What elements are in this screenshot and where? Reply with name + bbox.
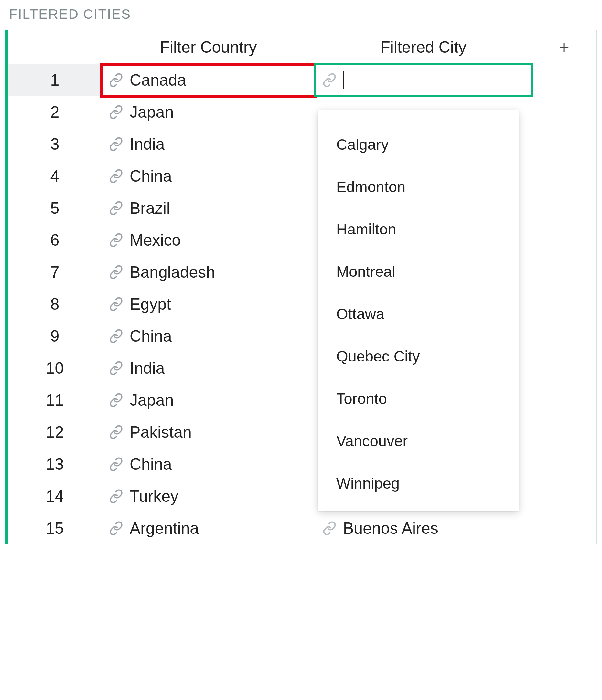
dropdown-option[interactable]: Calgary bbox=[318, 123, 519, 166]
country-cell[interactable]: Brazil bbox=[102, 192, 315, 224]
country-value: India bbox=[130, 135, 165, 154]
link-icon bbox=[109, 297, 123, 311]
row-number[interactable]: 12 bbox=[8, 417, 102, 448]
add-column-button[interactable]: + bbox=[532, 30, 597, 64]
dropdown-option[interactable]: Winnipeg bbox=[318, 462, 519, 504]
country-value: Turkey bbox=[130, 487, 178, 506]
link-icon bbox=[322, 521, 336, 535]
country-value: China bbox=[130, 455, 172, 474]
row-number[interactable]: 14 bbox=[8, 480, 102, 512]
row-number[interactable]: 15 bbox=[8, 512, 102, 545]
country-cell[interactable]: Egypt bbox=[102, 289, 315, 320]
row-number[interactable]: 7 bbox=[8, 256, 102, 289]
link-icon bbox=[109, 265, 123, 279]
empty-cell bbox=[532, 320, 597, 352]
link-icon bbox=[109, 521, 123, 535]
row-number[interactable]: 2 bbox=[8, 96, 102, 128]
empty-cell bbox=[532, 160, 597, 192]
country-cell[interactable]: Japan bbox=[102, 384, 315, 417]
link-icon bbox=[109, 489, 123, 503]
empty-cell bbox=[532, 448, 597, 480]
text-cursor bbox=[343, 72, 344, 89]
country-cell[interactable]: China bbox=[102, 320, 315, 352]
country-cell[interactable]: India bbox=[102, 352, 315, 384]
country-value: Argentina bbox=[130, 519, 199, 538]
country-value: Japan bbox=[130, 391, 174, 410]
empty-cell bbox=[532, 417, 597, 448]
city-dropdown[interactable]: Calgary Edmonton Hamilton Montreal Ottaw… bbox=[318, 110, 519, 511]
link-icon bbox=[109, 201, 123, 215]
row-number[interactable]: 11 bbox=[8, 384, 102, 417]
country-value: Bangladesh bbox=[130, 263, 215, 282]
row-number-header bbox=[8, 30, 102, 64]
row-number[interactable]: 6 bbox=[8, 224, 102, 256]
row-number[interactable]: 9 bbox=[8, 320, 102, 352]
country-value: India bbox=[130, 359, 165, 378]
row-number[interactable]: 1 bbox=[8, 64, 102, 96]
column-header-country[interactable]: Filter Country bbox=[102, 30, 315, 64]
empty-cell bbox=[532, 256, 597, 289]
link-icon bbox=[109, 169, 123, 183]
empty-cell bbox=[532, 512, 597, 545]
row-number[interactable]: 8 bbox=[8, 289, 102, 320]
city-value: Buenos Aires bbox=[343, 519, 438, 538]
empty-cell bbox=[532, 352, 597, 384]
dropdown-option[interactable]: Toronto bbox=[318, 377, 519, 420]
header-row: Filter Country Filtered City + bbox=[8, 30, 597, 64]
row-number[interactable]: 5 bbox=[8, 192, 102, 224]
country-cell[interactable]: Pakistan bbox=[102, 417, 315, 448]
country-cell[interactable]: Canada bbox=[102, 64, 315, 96]
country-value: China bbox=[130, 327, 172, 346]
empty-cell bbox=[532, 384, 597, 417]
link-icon bbox=[109, 393, 123, 407]
dropdown-option[interactable]: Quebec City bbox=[318, 335, 519, 377]
dropdown-option[interactable]: Vancouver bbox=[318, 420, 519, 462]
link-icon bbox=[109, 457, 123, 471]
country-value: Japan bbox=[130, 103, 174, 122]
country-value: Canada bbox=[130, 71, 186, 90]
row-number[interactable]: 13 bbox=[8, 448, 102, 480]
dropdown-option[interactable]: Hamilton bbox=[318, 208, 519, 250]
row-number[interactable]: 3 bbox=[8, 128, 102, 160]
link-icon bbox=[109, 73, 123, 87]
row-number[interactable]: 4 bbox=[8, 160, 102, 192]
link-icon bbox=[109, 361, 123, 375]
empty-cell bbox=[532, 192, 597, 224]
row-number[interactable]: 10 bbox=[8, 352, 102, 384]
column-header-city[interactable]: Filtered City bbox=[315, 30, 532, 64]
city-cell-active[interactable] bbox=[315, 64, 532, 96]
empty-cell bbox=[532, 289, 597, 320]
country-value: Brazil bbox=[130, 199, 170, 218]
city-cell[interactable]: Buenos Aires bbox=[315, 512, 532, 545]
section-title: FILTERED CITIES bbox=[4, 6, 598, 22]
country-cell[interactable]: Mexico bbox=[102, 224, 315, 256]
country-cell[interactable]: Turkey bbox=[102, 480, 315, 512]
country-cell[interactable]: China bbox=[102, 160, 315, 192]
link-icon bbox=[109, 329, 123, 343]
country-cell[interactable]: China bbox=[102, 448, 315, 480]
country-cell[interactable]: Bangladesh bbox=[102, 256, 315, 289]
empty-cell bbox=[532, 64, 597, 96]
country-cell[interactable]: Argentina bbox=[102, 512, 315, 545]
link-icon bbox=[109, 233, 123, 247]
country-value: China bbox=[130, 167, 172, 185]
dropdown-option[interactable]: Edmonton bbox=[318, 166, 519, 208]
country-cell[interactable]: India bbox=[102, 128, 315, 160]
filtered-cities-table-wrap: Filter Country Filtered City + 1 Canada bbox=[4, 30, 597, 545]
link-icon bbox=[109, 105, 123, 119]
empty-cell bbox=[532, 128, 597, 160]
country-cell[interactable]: Japan bbox=[102, 96, 315, 128]
link-icon bbox=[322, 73, 336, 87]
country-value: Mexico bbox=[130, 231, 181, 250]
table-row: 1 Canada bbox=[8, 64, 597, 96]
dropdown-option[interactable]: Montreal bbox=[318, 250, 519, 293]
country-value: Egypt bbox=[130, 295, 171, 314]
empty-cell bbox=[532, 96, 597, 128]
country-value: Pakistan bbox=[130, 423, 192, 442]
dropdown-option[interactable]: Ottawa bbox=[318, 293, 519, 335]
link-icon bbox=[109, 425, 123, 440]
link-icon bbox=[109, 137, 123, 151]
empty-cell bbox=[532, 224, 597, 256]
table-row: 15 Argentina Buenos Aires bbox=[8, 512, 597, 545]
empty-cell bbox=[532, 480, 597, 512]
